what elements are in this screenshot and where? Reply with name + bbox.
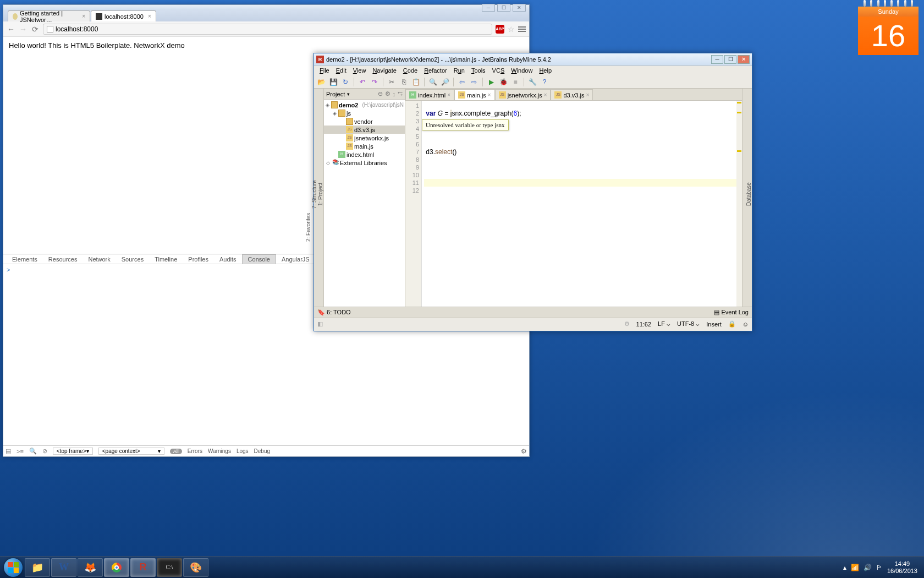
status-line-ending[interactable]: LF ⌵ [658, 320, 670, 328]
drawer-icon[interactable]: ▤ [6, 448, 11, 455]
tray-clock[interactable]: 14:4916/06/2013 [887, 560, 917, 575]
taskbar-explorer[interactable]: 📁 [25, 558, 50, 577]
maximize-button[interactable]: ☐ [497, 4, 510, 12]
url-input[interactable]: localhost:8000 [43, 24, 492, 35]
devtools-tab-sources[interactable]: Sources [116, 255, 149, 264]
rail-structure[interactable]: 7: Structure [311, 93, 317, 296]
undo-icon[interactable]: ↶ [358, 77, 367, 87]
taskbar-firefox[interactable]: 🦊 [78, 558, 103, 577]
right-tool-rail[interactable]: Database [742, 89, 752, 307]
left-tool-rail[interactable]: 1: Project 7: Structure 2: Favorites [314, 89, 324, 307]
settings-gear-icon[interactable]: ⚙ [521, 448, 527, 455]
copy-icon[interactable]: ⎘ [399, 77, 409, 87]
menu-window[interactable]: Window [508, 67, 536, 74]
autoscroll-icon[interactable]: ↕ [393, 91, 396, 97]
settings-icon[interactable]: 🔧 [527, 77, 537, 87]
back-icon[interactable]: ← [7, 25, 15, 34]
menu-run[interactable]: Run [450, 67, 468, 74]
tree-external-libs[interactable]: ◇📚External Libraries [324, 159, 405, 167]
browser-tab-active[interactable]: localhost:8000 × [91, 10, 156, 21]
menu-tools[interactable]: Tools [468, 67, 489, 74]
close-button[interactable]: ✕ [513, 4, 526, 12]
menu-edit[interactable]: Edit [333, 67, 350, 74]
maximize-button[interactable]: ☐ [724, 55, 736, 64]
cut-icon[interactable]: ✂ [387, 77, 397, 87]
status-inspect-icon[interactable]: ☺ [743, 321, 749, 328]
menu-help[interactable]: Help [536, 67, 555, 74]
editor-tab-index[interactable]: Hindex.html× [405, 89, 454, 100]
filter-errors[interactable]: Errors [188, 448, 202, 454]
close-button[interactable]: ✕ [738, 55, 750, 64]
help-icon[interactable]: ? [540, 77, 549, 87]
stop-icon[interactable]: ■ [510, 77, 520, 87]
gear-icon[interactable]: ⚙ [385, 90, 391, 97]
tree-file-d3[interactable]: JSd3.v3.js [324, 126, 405, 134]
paste-icon[interactable]: 📋 [411, 77, 421, 87]
todo-tool[interactable]: 🔖 6: TODO [317, 309, 351, 316]
rail-database[interactable]: Database [746, 93, 752, 296]
tray-volume-icon[interactable]: 🔊 [864, 564, 872, 571]
tab-close-icon[interactable]: × [148, 13, 151, 19]
tree-folder-js[interactable]: ◈js [324, 109, 405, 117]
devtools-tab-network[interactable]: Network [82, 255, 116, 264]
tree-root[interactable]: ◈demo2 (H:\javascript\jsN [324, 101, 405, 109]
debug-icon[interactable]: 🐞 [498, 77, 508, 87]
menu-vcs[interactable]: VCS [489, 67, 508, 74]
menu-code[interactable]: Code [400, 67, 421, 74]
editor-tab-jsnetworkx[interactable]: JSjsnetworkx.js× [495, 89, 551, 100]
taskbar-rubymine[interactable]: R [130, 558, 156, 577]
forward-icon[interactable]: → [19, 25, 28, 34]
hide-icon[interactable]: ⥃ [398, 90, 403, 97]
ide-titlebar[interactable]: R demo2 - [H:\javascript\jsNetworkX\demo… [314, 53, 752, 66]
frame-selector[interactable]: <top frame>▾ [53, 448, 93, 455]
minimize-button[interactable]: ─ [711, 55, 723, 64]
fwd-nav-icon[interactable]: ⇨ [469, 77, 479, 87]
devtools-tab-console[interactable]: Console [242, 254, 276, 264]
filter-logs[interactable]: Logs [237, 448, 249, 454]
redo-icon[interactable]: ↷ [370, 77, 380, 87]
tree-file-main[interactable]: JSmain.js [324, 142, 405, 150]
menu-navigate[interactable]: Navigate [369, 67, 399, 74]
menu-view[interactable]: View [350, 67, 370, 74]
console-icon[interactable]: >≡ [16, 448, 24, 455]
status-bg-icon[interactable]: ◧ [317, 320, 323, 328]
close-icon[interactable]: × [488, 92, 491, 98]
search-icon[interactable]: 🔍 [29, 448, 37, 455]
editor-tab-d3[interactable]: JSd3.v3.js× [551, 89, 593, 100]
rail-favorites[interactable]: 2: Favorites [305, 159, 311, 296]
minimize-button[interactable]: ─ [482, 4, 495, 12]
run-icon[interactable]: ▶ [486, 77, 496, 87]
filter-all[interactable]: All [170, 449, 182, 454]
tray-show-hidden-icon[interactable]: ▴ [843, 564, 846, 571]
taskbar-chrome[interactable] [104, 558, 129, 577]
tree-folder-vendor[interactable]: vendor [324, 117, 405, 126]
filter-debug[interactable]: Debug [254, 448, 270, 454]
event-log[interactable]: ▤ Event Log [714, 309, 749, 316]
rail-project[interactable]: 1: Project [317, 93, 323, 296]
replace-icon[interactable]: 🔎 [440, 77, 450, 87]
chrome-titlebar[interactable]: ─ ☐ ✕ [3, 5, 529, 9]
devtools-tab-elements[interactable]: Elements [7, 255, 43, 264]
sync-icon[interactable]: ↻ [340, 77, 350, 87]
find-icon[interactable]: 🔍 [428, 77, 438, 87]
status-encoding[interactable]: UTF-8 ⌵ [677, 320, 700, 328]
tree-file-index[interactable]: Hindex.html [324, 150, 405, 159]
devtools-tab-profiles[interactable]: Profiles [183, 255, 214, 264]
close-icon[interactable]: × [544, 92, 547, 98]
devtools-tab-resources[interactable]: Resources [43, 255, 83, 264]
filter-warnings[interactable]: Warnings [208, 448, 231, 454]
tree-file-jsnetworkx[interactable]: JSjsnetworkx.js [324, 134, 405, 142]
adblock-icon[interactable]: ABP [496, 25, 504, 34]
close-icon[interactable]: × [447, 92, 450, 98]
tab-close-icon[interactable]: × [82, 13, 85, 19]
close-icon[interactable]: × [586, 92, 589, 98]
status-lock-icon[interactable]: 🔒 [728, 320, 736, 328]
taskbar-word[interactable]: W [51, 558, 76, 577]
code-content[interactable]: var G = jsnx.complete_graph(6); d3.selec… [422, 101, 742, 307]
clear-icon[interactable]: ⊘ [42, 448, 47, 455]
collapse-icon[interactable]: ⊖ [378, 90, 383, 97]
status-position[interactable]: 11:62 [636, 321, 652, 328]
start-button[interactable] [2, 557, 24, 579]
code-editor[interactable]: 123456789101112 var G = jsnx.complete_gr… [405, 101, 742, 307]
editor-tab-main[interactable]: JSmain.js× [454, 89, 495, 100]
